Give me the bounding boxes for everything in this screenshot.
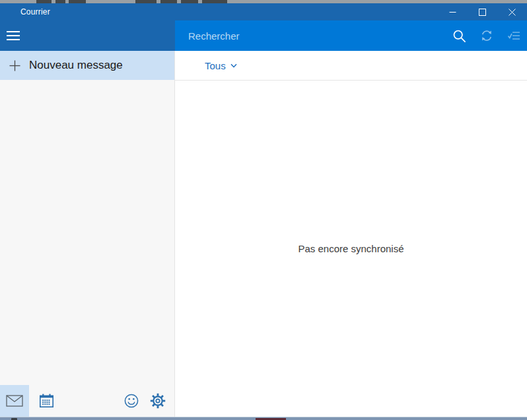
feedback-nav-button[interactable] bbox=[118, 385, 145, 417]
sidebar: Nouveau message bbox=[0, 51, 175, 417]
filter-dropdown[interactable]: Tous bbox=[205, 60, 237, 71]
search-icon bbox=[452, 29, 466, 43]
header-row bbox=[0, 20, 527, 51]
window-title: Courrier bbox=[20, 7, 50, 17]
empty-message: Pas encore synchronisé bbox=[298, 243, 404, 254]
gear-icon bbox=[149, 392, 166, 409]
background-window-bottom-edge bbox=[0, 417, 527, 420]
message-list-pane: Tous Pas encore synchronisé bbox=[175, 51, 527, 417]
minimize-button[interactable] bbox=[438, 3, 468, 20]
maximize-icon bbox=[479, 9, 486, 16]
new-message-button[interactable]: Nouveau message bbox=[0, 51, 174, 80]
new-message-label: Nouveau message bbox=[29, 59, 123, 72]
hamburger-menu-button[interactable] bbox=[7, 26, 26, 46]
minimize-icon bbox=[449, 9, 456, 16]
search-button[interactable] bbox=[446, 20, 473, 51]
settings-nav-button[interactable] bbox=[145, 385, 171, 417]
sidebar-header bbox=[0, 20, 175, 51]
calendar-icon bbox=[38, 392, 55, 409]
plus-icon bbox=[9, 60, 20, 71]
search-input[interactable] bbox=[175, 20, 446, 51]
chevron-down-icon bbox=[230, 63, 237, 68]
message-list-empty-state: Pas encore synchronisé bbox=[175, 81, 527, 417]
sync-button[interactable] bbox=[473, 20, 500, 51]
window-controls bbox=[438, 3, 527, 20]
filter-label: Tous bbox=[205, 60, 226, 71]
calendar-nav-button[interactable] bbox=[32, 385, 61, 417]
maximize-button[interactable] bbox=[468, 3, 497, 20]
close-icon bbox=[509, 9, 516, 16]
hamburger-icon bbox=[7, 31, 20, 32]
close-button[interactable] bbox=[497, 3, 527, 20]
app-body: Nouveau message bbox=[0, 51, 527, 417]
mail-icon bbox=[6, 395, 23, 407]
search-bar bbox=[175, 20, 527, 51]
screen: Courrier bbox=[0, 0, 527, 420]
smiley-icon bbox=[123, 393, 139, 409]
select-mode-icon bbox=[507, 30, 520, 42]
sidebar-bottom-nav bbox=[0, 385, 174, 417]
titlebar[interactable]: Courrier bbox=[0, 3, 527, 20]
sync-icon bbox=[480, 29, 493, 42]
message-list-header: Tous bbox=[175, 51, 527, 81]
select-mode-button[interactable] bbox=[500, 20, 527, 51]
mail-nav-button[interactable] bbox=[0, 385, 29, 417]
